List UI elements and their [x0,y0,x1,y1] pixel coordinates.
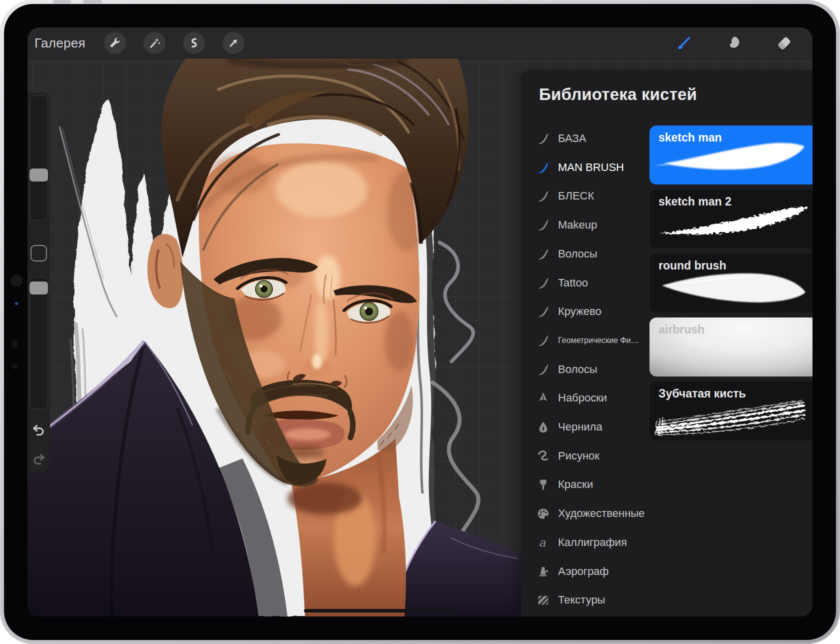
transform-arrow-icon [227,36,240,50]
swoosh-icon [536,161,550,174]
brush-set-geometricheskie[interactable]: Геометрические Фи… [521,326,647,355]
home-indicator[interactable] [304,609,450,612]
brush-tile-sketch-man-2[interactable]: sketch man 2 [650,190,812,248]
modify-button[interactable] [30,245,47,262]
sensor-dot-1 [11,340,19,348]
brush-name: sketch man 2 [658,195,732,208]
selection-button[interactable] [183,32,205,54]
ipad-device-frame: Библиотека кистей БАЗА MAN BRUSH БЛЕСК M… [0,0,840,644]
brush-name: Зубчатая кисть [658,387,746,400]
swoosh-icon [536,334,550,348]
brush-set-kraski[interactable]: Краски [521,470,647,499]
paint-brush-icon [675,34,693,52]
brush-library-panel: Библиотека кистей БАЗА MAN BRUSH БЛЕСК M… [521,70,812,616]
brush-tile-zubchataya[interactable]: Зубчатая кисть [650,382,812,440]
brush-sidebar [28,92,50,472]
brush-size-slider-handle[interactable] [30,168,48,182]
swoosh-icon [536,132,550,146]
brush-tile-sketch-man[interactable]: sketch man [650,126,812,184]
airbrush-icon [536,565,550,578]
eraser-tool[interactable] [774,34,794,52]
brush-set-risunok[interactable]: Рисунок [521,442,647,470]
sensor-dot-blue [15,302,18,305]
smudge-finger-icon [725,34,743,52]
brush-set-khudozhestvennye[interactable]: Художественные [521,499,647,528]
panel-title: Библиотека кистей [539,85,719,104]
device-bezel: Библиотека кистей БАЗА MAN BRUSH БЛЕСК M… [4,4,836,640]
brush-set-kalligrafiya[interactable]: a Каллиграфия [521,528,647,557]
svg-text:a: a [539,536,546,550]
brush-tile-airbrush[interactable]: airbrush [650,318,812,376]
brush-tile-round-brush[interactable]: round brush [650,254,812,312]
palette-icon [536,507,550,520]
magic-wand-icon [148,36,161,50]
wrench-icon [108,36,122,50]
gallery-button[interactable]: Галерея [34,36,86,51]
scribble-icon [536,450,550,463]
selection-s-icon [188,36,200,50]
brush-name: airbrush [658,323,704,336]
swoosh-icon [536,363,550,376]
volume-button-1 [53,0,71,4]
brush-set-volosy-2[interactable]: Волосы [521,355,647,384]
brush-set-kruzhevo[interactable]: Кружево [521,297,647,326]
brush-set-man-brush[interactable]: MAN BRUSH [521,153,647,182]
actions-button[interactable] [104,32,126,54]
brush-set-blesk[interactable]: БЛЕСК [521,182,647,210]
texture-icon [536,594,550,607]
front-camera [12,276,21,285]
brush-set-nabroski[interactable]: Наброски [521,384,647,412]
brush-set-volosy[interactable]: Волосы [521,240,647,268]
top-toolbar: Галерея [28,28,812,58]
pencil-icon [536,392,550,405]
swoosh-icon [536,248,550,261]
swoosh-icon [536,305,550,318]
brush-opacity-slider[interactable] [30,276,48,409]
eraser-icon [775,34,793,52]
swoosh-icon [536,276,550,290]
brush-set-makeup[interactable]: Makeup [521,210,647,240]
brush-name: round brush [658,259,726,272]
swoosh-icon [536,218,550,232]
brush-opacity-slider-handle[interactable] [30,282,48,294]
calligraphy-a-icon: a [536,536,550,550]
brush-size-slider[interactable] [30,96,48,220]
ink-nib-icon [536,420,550,434]
smudge-tool[interactable] [724,34,744,52]
undo-button[interactable] [31,422,46,438]
brush-set-aerograf[interactable]: Аэрограф [521,557,647,586]
brush-set-baza[interactable]: БАЗА [521,124,647,153]
swoosh-icon [536,190,550,203]
flat-brush-icon [536,478,550,492]
redo-button[interactable] [31,452,46,467]
adjustments-button[interactable] [144,32,166,54]
brush-set-tekstury[interactable]: Текстуры [521,586,647,614]
brush-set-chernila[interactable]: Чернила [521,412,647,442]
volume-button-2 [83,0,102,4]
app-screen: Библиотека кистей БАЗА MAN BRUSH БЛЕСК M… [28,28,812,616]
paint-brush-tool[interactable] [674,34,694,52]
transform-button[interactable] [222,32,244,54]
sensor-dot-2 [12,363,18,369]
brush-set-tattoo[interactable]: Tattoo [521,268,647,298]
brush-name: sketch man [658,131,722,144]
